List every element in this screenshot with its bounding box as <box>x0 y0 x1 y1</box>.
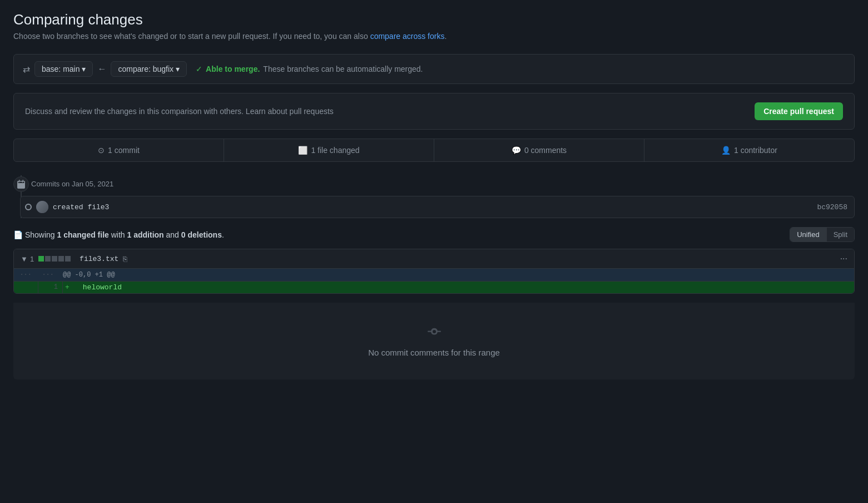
split-view-button[interactable]: Split <box>826 228 854 241</box>
commits-stat[interactable]: ⊙ 1 commit <box>14 139 224 161</box>
view-toggle: Unified Split <box>790 227 855 242</box>
contributors-count: 1 contributor <box>734 146 777 155</box>
deletions-count: 0 deletions <box>181 230 222 239</box>
no-comments-text: No commit comments for this range <box>36 348 832 357</box>
merge-description: These branches can be automatically merg… <box>263 65 423 73</box>
diff-old-line-num <box>14 282 38 293</box>
branch-comparison-bar: ⇄ base: main ▾ ← compare: bugfix ▾ ✓ Abl… <box>13 54 855 84</box>
neutral-bar-1 <box>45 256 51 262</box>
base-branch-label: base: main <box>42 65 80 73</box>
compare-branch-label: compare: bugfix <box>118 65 173 73</box>
base-branch-chevron: ▾ <box>82 65 86 73</box>
check-icon: ✓ <box>196 65 202 73</box>
diff-line-content: heloworld <box>74 282 854 293</box>
comments-count: 0 comments <box>524 146 567 155</box>
file-options-button[interactable]: ··· <box>840 254 847 264</box>
merge-status: ✓ Able to merge. These branches can be a… <box>196 65 423 73</box>
create-pull-request-button[interactable]: Create pull request <box>755 102 843 120</box>
contributor-icon: 👤 <box>721 146 731 155</box>
file-diff-header: ▼ 1 file3.txt ⎘ ··· <box>14 249 854 269</box>
comment-icon: 💬 <box>512 146 521 155</box>
file-name: file3.txt <box>80 255 118 263</box>
pr-box-text: Discuss and review the changes in this c… <box>25 107 334 116</box>
neutral-bar-4 <box>65 256 71 262</box>
diff-hunk-header: ··· ··· @@ -0,0 +1 @@ <box>14 269 854 282</box>
commits-section: Commits on Jan 05, 2021 created file3 bc… <box>13 175 855 218</box>
neutral-bar-2 <box>52 256 57 262</box>
arrow-icon: ← <box>97 64 106 74</box>
commit-icon: ⊙ <box>98 146 105 155</box>
compare-across-forks-link[interactable]: compare across forks <box>370 32 445 41</box>
additions-count: 1 addition <box>127 230 164 239</box>
commit-dot <box>25 204 32 210</box>
commit-message: created file3 <box>53 203 817 211</box>
diff-new-line-num: 1 <box>38 282 63 293</box>
commit-date-label: Commits on Jan 05, 2021 <box>31 180 113 188</box>
page-subtitle: Choose two branches to see what's change… <box>13 32 855 41</box>
base-branch-selector[interactable]: base: main ▾ <box>34 61 93 77</box>
contributors-stat[interactable]: 👤 1 contributor <box>644 139 854 161</box>
able-to-merge-text: Able to merge. <box>206 65 260 73</box>
file-icon: ⬜ <box>298 146 307 155</box>
chevron-down-icon: ▼ <box>21 255 28 263</box>
neutral-bar-3 <box>58 256 64 262</box>
commit-icon-decoration <box>36 325 832 341</box>
stats-bar: ⊙ 1 commit ⬜ 1 file changed 💬 0 comments… <box>13 139 855 162</box>
compare-branch-chevron: ▾ <box>176 65 180 73</box>
compare-icon: ⇄ <box>23 64 30 75</box>
hunk-new-line: ··· <box>41 271 63 279</box>
avatar <box>36 201 48 213</box>
file-collapse-button[interactable]: ▼ 1 <box>21 255 34 263</box>
calendar-icon <box>13 176 29 192</box>
files-changed-count: 1 file changed <box>311 146 359 155</box>
changed-files-count: 1 changed file <box>57 230 108 239</box>
unified-view-button[interactable]: Unified <box>790 228 826 241</box>
compare-branch-selector[interactable]: compare: bugfix ▾ <box>111 61 187 77</box>
no-commit-comments-section: No commit comments for this range <box>13 303 855 379</box>
files-changed-stat[interactable]: ⬜ 1 file changed <box>224 139 434 161</box>
page-title: Comparing changes <box>13 11 855 28</box>
hunk-range: @@ -0,0 +1 @@ <box>63 271 115 279</box>
hunk-old-line: ··· <box>18 271 41 279</box>
file-count-badge: 1 <box>30 255 34 263</box>
diff-summary-icon: 📄 <box>13 230 25 239</box>
copy-icon[interactable]: ⎘ <box>123 255 127 263</box>
comments-stat[interactable]: 💬 0 comments <box>434 139 644 161</box>
commit-date-row: Commits on Jan 05, 2021 <box>29 175 855 193</box>
commit-item: created file3 bc92058 <box>20 196 855 218</box>
addition-bar <box>38 256 44 262</box>
diff-addition-sign: + <box>63 282 74 293</box>
diff-stat-bar <box>38 256 71 262</box>
diff-summary: 📄 Showing 1 changed file with 1 addition… <box>13 230 224 239</box>
file-diff: ▼ 1 file3.txt ⎘ ··· ··· ··· @@ -0,0 +1 @… <box>13 249 855 294</box>
pr-creation-box: Discuss and review the changes in this c… <box>13 93 855 130</box>
changed-files-header: 📄 Showing 1 changed file with 1 addition… <box>13 227 855 242</box>
commit-hash[interactable]: bc92058 <box>817 203 847 211</box>
commits-count: 1 commit <box>108 146 140 155</box>
diff-line-addition: 1 + heloworld <box>14 282 854 293</box>
